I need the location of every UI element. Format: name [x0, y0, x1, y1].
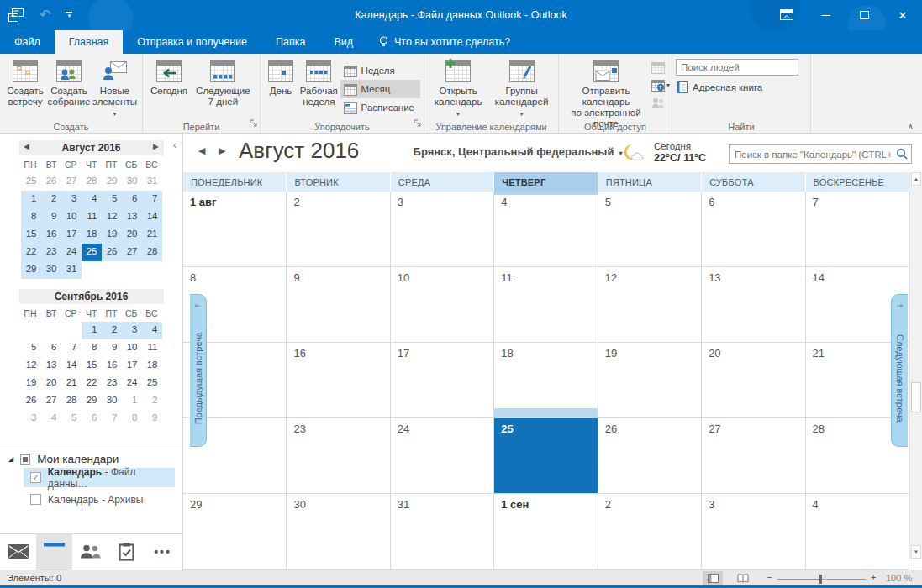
day-cell[interactable]: 18 [494, 343, 598, 418]
mini-day-cell[interactable]: 8 [82, 339, 102, 357]
mini-day-cell[interactable]: 14 [61, 357, 82, 375]
day-cell[interactable]: 4 [494, 192, 598, 267]
mini-day-cell[interactable]: 2 [142, 392, 162, 410]
tab-home[interactable]: Главная [55, 30, 124, 54]
mini-day-cell[interactable]: 21 [142, 226, 162, 244]
calendar-checkbox[interactable] [30, 494, 41, 505]
day-cell[interactable]: 2 [598, 494, 702, 570]
mini-day-cell[interactable]: 15 [21, 226, 41, 244]
mini-day-cell[interactable]: 23 [102, 375, 122, 392]
mini-day-cell[interactable]: 11 [142, 339, 162, 357]
mini-day-cell[interactable]: 17 [122, 357, 142, 375]
mini-day-cell[interactable]: 30 [41, 261, 61, 279]
mini-day-cell[interactable]: 28 [82, 173, 102, 191]
mini-day-cell[interactable]: 15 [82, 357, 102, 375]
vertical-scrollbar[interactable]: ▲ ▼ [909, 172, 922, 559]
day-cell[interactable]: 12 [598, 267, 702, 343]
mini-day-cell[interactable]: 27 [41, 392, 61, 410]
tell-me-box[interactable]: Что вы хотите сделать? [367, 30, 522, 54]
day-cell[interactable]: 20 [702, 343, 805, 418]
calendar-checkbox[interactable]: ✓ [30, 472, 41, 483]
nav-people-icon[interactable] [72, 534, 108, 570]
day-cell[interactable]: 17 [391, 343, 494, 418]
ribbon-display-options-icon[interactable] [767, 0, 806, 30]
mini-day-cell[interactable]: 28 [61, 392, 82, 410]
mini-day-cell[interactable]: 18 [82, 226, 102, 244]
mini-day-cell[interactable]: 30 [122, 173, 142, 191]
mini-day-cell[interactable]: 27 [61, 173, 82, 191]
mini-day-cell[interactable]: 22 [21, 244, 41, 261]
reading-view-button[interactable] [733, 571, 753, 585]
folder-search-box[interactable] [729, 144, 912, 164]
mini-day-cell[interactable]: 29 [21, 261, 41, 279]
normal-view-button[interactable] [703, 571, 723, 585]
tab-view[interactable]: Вид [319, 30, 367, 54]
mini-day-cell[interactable]: 7 [61, 339, 82, 357]
mini-day-cell[interactable]: 16 [102, 357, 122, 375]
mini-day-cell[interactable]: 24 [122, 375, 142, 392]
mini-day-cell[interactable]: 21 [61, 375, 82, 392]
mini-day-cell[interactable]: 25 [21, 173, 41, 191]
mini-day-cell[interactable]: 26 [41, 173, 61, 191]
mini-day-cell[interactable]: 8 [122, 410, 142, 428]
day-view-button[interactable]: День [264, 56, 298, 97]
mini-day-cell[interactable]: 19 [102, 226, 122, 244]
group-checkbox-icon[interactable] [20, 454, 30, 465]
day-cell[interactable]: 2 [287, 192, 390, 267]
next-appointment-tab[interactable]: ⇥ Следующая встреча [891, 294, 908, 447]
mini-day-cell[interactable]: 3 [21, 410, 41, 428]
day-cell[interactable]: 30 [287, 494, 390, 570]
mini-day-cell[interactable]: 1 [21, 191, 41, 208]
scrollbar-thumb[interactable] [911, 382, 921, 412]
mini-next-month-icon[interactable]: ▶ [153, 143, 158, 150]
calendar-list-item[interactable]: ✓ Календарь - Файл данны… [24, 468, 175, 487]
day-cell[interactable]: 16 [287, 343, 390, 418]
day-cell[interactable]: 26 [598, 418, 702, 494]
mini-day-cell[interactable]: 3 [122, 322, 142, 339]
mini-day-cell[interactable]: 5 [102, 191, 122, 208]
mini-day-cell[interactable]: 4 [142, 322, 162, 339]
mini-day-cell[interactable]: 27 [122, 244, 142, 261]
day-cell[interactable]: 7 [806, 192, 909, 267]
nav-tasks-icon[interactable] [108, 534, 145, 570]
mini-day-cell[interactable]: 31 [142, 173, 162, 191]
publish-online-icon[interactable]: ▾ [651, 77, 670, 92]
mini-day-cell[interactable]: 9 [102, 339, 122, 357]
day-cell[interactable]: 19 [598, 343, 702, 418]
schedule-view-button[interactable]: Расписание [340, 98, 420, 117]
day-cell[interactable]: 3 [702, 494, 805, 570]
email-calendar-button[interactable]: Отправить календарь по электронной почте [562, 56, 650, 129]
mini-day-cell[interactable]: 12 [21, 357, 41, 375]
mini-day-cell[interactable]: 4 [82, 191, 102, 208]
my-calendars-header[interactable]: ◢ Мои календари [0, 453, 182, 465]
folder-search-input[interactable] [730, 150, 894, 160]
day-cell[interactable]: 5 [598, 192, 702, 267]
mini-day-cell[interactable]: 5 [21, 339, 41, 357]
day-cell[interactable]: 1 авг [183, 192, 287, 267]
tab-send-receive[interactable]: Отправка и получение [123, 30, 261, 54]
mini-day-cell[interactable]: 6 [41, 339, 61, 357]
nav-more-icon[interactable]: ••• [145, 534, 181, 570]
mini-day-cell[interactable]: 29 [102, 173, 122, 191]
mini-day-cell[interactable]: 1 [122, 392, 142, 410]
scroll-up-icon[interactable]: ▲ [911, 172, 921, 186]
day-cell[interactable]: 9 [287, 267, 390, 343]
scroll-down-icon[interactable]: ▼ [911, 545, 921, 559]
mini-day-cell[interactable]: 25 [142, 375, 162, 392]
mini-day-cell[interactable]: 30 [102, 392, 122, 410]
mini-day-cell[interactable]: 14 [142, 208, 162, 226]
mini-day-cell[interactable]: 13 [122, 208, 142, 226]
calendar-list-item[interactable]: Календарь - Архивы [24, 490, 175, 509]
mini-day-cell[interactable]: 5 [61, 410, 82, 428]
mini-day-cell[interactable]: 11 [82, 208, 102, 226]
search-people-input[interactable] [676, 59, 798, 76]
weather-location-dropdown[interactable]: Брянск, Центральный федеральный▾ [408, 145, 627, 158]
mini-day-cell[interactable]: 28 [142, 244, 162, 261]
address-book-button[interactable]: Адресная книга [676, 81, 807, 93]
minimize-button[interactable] [806, 0, 845, 30]
day-cell[interactable]: 6 [702, 192, 805, 267]
mini-day-cell[interactable]: 20 [41, 375, 61, 392]
mini-day-cell[interactable]: 17 [61, 226, 82, 244]
mini-day-cell[interactable]: 19 [21, 375, 41, 392]
expand-triangle-icon[interactable]: ◢ [8, 455, 13, 463]
